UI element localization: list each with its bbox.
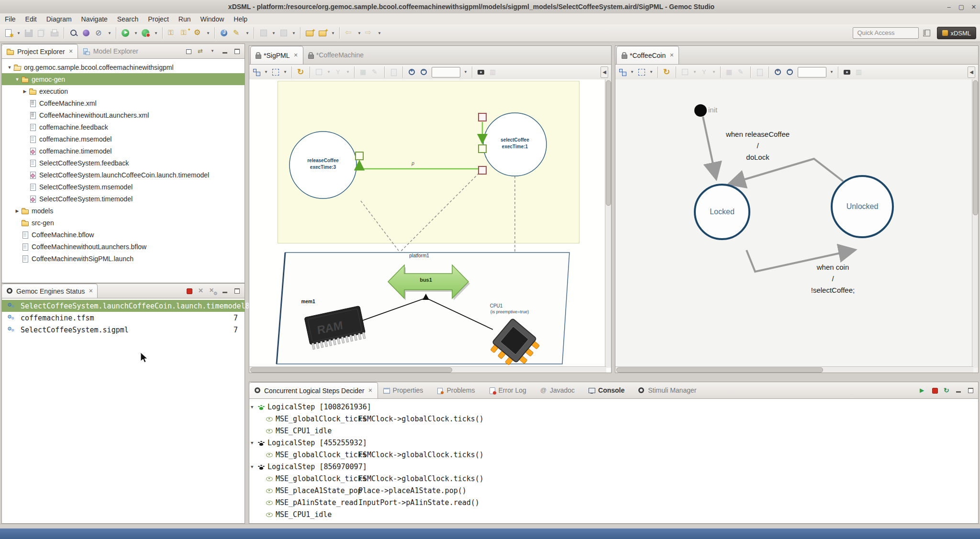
zoom-in-icon[interactable] xyxy=(774,68,782,77)
new-folder-icon[interactable] xyxy=(305,28,315,38)
edit-mode-icon[interactable] xyxy=(737,68,746,77)
tree-item[interactable]: coffemachine.feedback xyxy=(2,121,245,133)
export-image-icon[interactable] xyxy=(477,68,486,77)
close-icon[interactable]: ✕ xyxy=(89,288,93,294)
new-container-icon[interactable] xyxy=(315,68,323,77)
logical-step-row[interactable]: MSE_globalClock_ticks FSMClock->globalCl… xyxy=(249,473,978,484)
tab-coffeemachine[interactable]: *CoffeeMachine xyxy=(303,46,368,64)
tree-item[interactable]: SelectCoffeeSystem.feedback xyxy=(2,157,245,169)
window-maximize-button[interactable]: ▢ xyxy=(955,3,968,11)
expand-arrow-icon[interactable]: ▼ xyxy=(251,440,257,445)
debug-run-icon[interactable] xyxy=(141,28,151,38)
menu-item[interactable]: Help xyxy=(229,14,252,24)
tree-item[interactable]: CoffeeMachinewithoutLaunchers.bflow xyxy=(2,241,245,253)
select-elements-icon[interactable] xyxy=(618,68,627,77)
sep[interactable] xyxy=(116,27,117,39)
skip-dropdown[interactable]: ▼ xyxy=(108,31,111,35)
transition-locked-to-unlocked[interactable] xyxy=(746,250,854,272)
tab-coffeecoin[interactable]: *CoffeeCoin ✕ xyxy=(616,46,679,64)
new-wizard-icon[interactable] xyxy=(4,28,13,38)
menu-item[interactable]: Window xyxy=(195,14,229,24)
coffeecoin-canvas[interactable]: init Locked Unlocked when releaseCoffee/… xyxy=(615,79,978,373)
window-close-button[interactable]: ✕ xyxy=(968,3,980,11)
sep[interactable] xyxy=(162,27,163,39)
expand-arrow-icon[interactable]: ▼ xyxy=(251,464,257,469)
tree-item[interactable]: CoffeeMachinewithSigPML.launch xyxy=(2,253,245,264)
quick-access-field[interactable]: Quick Access xyxy=(853,27,919,39)
stop-engine-icon[interactable] xyxy=(185,287,193,295)
vertical-scrollbar[interactable] xyxy=(972,79,978,368)
bottom-view-tab[interactable]: Javadoc xyxy=(535,382,583,398)
sep[interactable] xyxy=(254,27,255,39)
gemoc-key2-icon[interactable] xyxy=(180,28,190,38)
tree-item[interactable]: CoffeeMachine.xml xyxy=(2,97,245,109)
debug-dropdown[interactable]: ▼ xyxy=(154,31,158,35)
zoom-out-icon[interactable] xyxy=(786,68,794,77)
bottom-view-tab[interactable]: Problems xyxy=(432,382,483,398)
input-port[interactable] xyxy=(479,166,486,174)
state-locked-node[interactable] xyxy=(695,185,749,239)
sep[interactable] xyxy=(64,27,65,39)
tree-item[interactable]: src-gen xyxy=(2,217,245,229)
actor-releasecoffee[interactable] xyxy=(290,132,356,198)
maximize-view-icon[interactable] xyxy=(967,386,974,394)
tool-a-dropdown[interactable]: ▼ xyxy=(272,31,276,35)
snap-grid-icon[interactable] xyxy=(359,68,368,77)
annotate-icon[interactable] xyxy=(233,28,242,38)
refresh-diagram-icon[interactable] xyxy=(663,68,671,77)
close-icon[interactable]: ✕ xyxy=(669,52,674,58)
forward-icon[interactable] xyxy=(365,28,374,38)
menu-item[interactable]: Navigate xyxy=(77,14,112,24)
horizontal-scrollbar[interactable] xyxy=(249,366,606,373)
minimize-view-icon[interactable] xyxy=(221,287,229,295)
logical-step-row[interactable]: MSE_placeA1State_pop Place->placeA1State… xyxy=(249,484,978,496)
paste-layout-icon[interactable] xyxy=(390,68,398,77)
search-icon[interactable] xyxy=(69,28,78,38)
dispose-all-engines-icon[interactable] xyxy=(209,287,217,295)
tab-model-explorer[interactable]: Model Explorer xyxy=(78,44,143,58)
tab-gemoc-engines-status[interactable]: Gemoc Engines Status ✕ xyxy=(2,284,98,298)
tree-item[interactable]: ▶ execution xyxy=(2,85,245,97)
zoom-in-icon[interactable] xyxy=(408,68,416,77)
transition-unlocked-to-locked[interactable] xyxy=(730,159,843,184)
edge-router-icon[interactable] xyxy=(334,68,343,77)
marquee-select-icon[interactable] xyxy=(637,68,646,77)
bottom-view-tab[interactable]: Console xyxy=(583,382,633,398)
output-port[interactable] xyxy=(356,152,363,160)
expand-arrow-icon[interactable]: ▶ xyxy=(21,89,29,94)
logical-step-row[interactable]: MSE_globalClock_ticks FSMClock->globalCl… xyxy=(249,449,978,461)
back-icon[interactable] xyxy=(345,28,354,38)
perspective-button[interactable]: xDSML xyxy=(937,27,976,39)
maximize-view-icon[interactable] xyxy=(233,287,241,295)
menu-item[interactable]: Project xyxy=(143,14,174,24)
bottom-view-tab[interactable]: Error Log xyxy=(484,382,535,398)
tool-b-dropdown[interactable]: ▼ xyxy=(292,31,296,35)
tool-a-icon[interactable] xyxy=(259,28,268,38)
edge-router-icon[interactable] xyxy=(700,68,709,77)
snap-grid-icon[interactable] xyxy=(725,68,734,77)
skip-breakpoints-icon[interactable] xyxy=(95,28,104,38)
zoom-level-combo[interactable] xyxy=(432,67,460,77)
tree-item[interactable]: coffemachine.msemodel xyxy=(2,133,245,145)
run-icon[interactable] xyxy=(121,28,131,38)
debug-sphere-icon[interactable] xyxy=(82,28,91,38)
logical-step-row[interactable]: MSE_globalClock_ticks FSMClock->globalCl… xyxy=(249,413,978,425)
resume-step-icon[interactable] xyxy=(919,386,926,394)
vertical-scrollbar[interactable] xyxy=(605,79,611,368)
tree-item[interactable]: SelectCoffeeSystem.launchCoffeeCoin.laun… xyxy=(2,169,245,181)
folder-dropdown[interactable]: ▼ xyxy=(331,31,335,35)
horizontal-scrollbar[interactable] xyxy=(615,366,973,373)
expand-arrow-icon[interactable]: ▼ xyxy=(251,405,257,409)
logical-step-row[interactable]: MSE_pA1inState_read InputPort->pA1inStat… xyxy=(249,496,978,508)
tree-item[interactable]: SelectCoffeeSystem.msemodel xyxy=(2,181,245,193)
maximize-view-icon[interactable] xyxy=(233,47,241,55)
gemoc-dropdown[interactable]: ▼ xyxy=(206,31,210,35)
back-dropdown[interactable]: ▼ xyxy=(357,31,361,35)
tree-item[interactable]: ▶ models xyxy=(2,205,245,217)
marquee-select-icon[interactable] xyxy=(271,68,280,77)
tree-item[interactable]: CoffeeMachinewithoutLaunchers.xml xyxy=(2,109,245,121)
gemoc-key-icon[interactable] xyxy=(167,28,177,38)
logical-step-row[interactable]: MSE_CPU1_idle xyxy=(249,508,978,520)
zoom-out-icon[interactable] xyxy=(420,68,428,77)
expand-arrow-icon[interactable]: ▶ xyxy=(13,209,21,213)
